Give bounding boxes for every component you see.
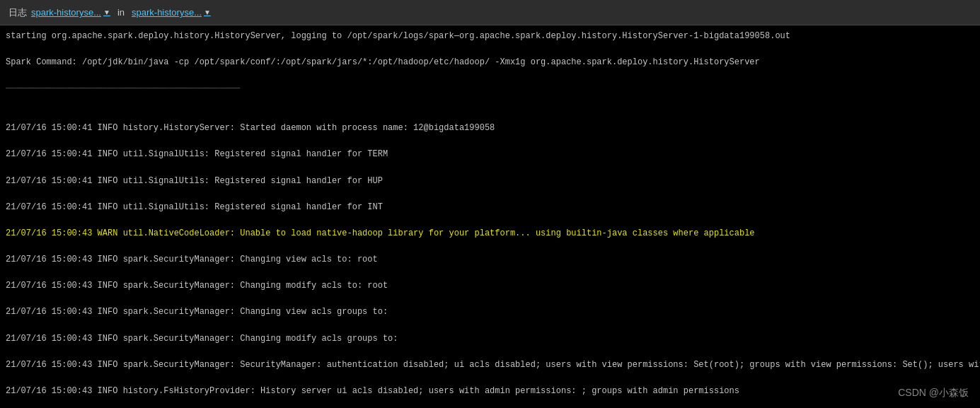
toolbar-separator: in xyxy=(117,7,125,18)
toolbar: 日志 spark-historyse... ▼ in spark-history… xyxy=(0,0,980,25)
dropdown1-arrow: ▼ xyxy=(103,8,110,16)
log-line: 21/07/16 15:00:41 INFO util.SignalUtils:… xyxy=(6,175,974,188)
log-label: 日志 xyxy=(8,6,27,19)
log-line: 21/07/16 15:00:41 INFO util.SignalUtils:… xyxy=(6,201,974,214)
log-line: ————————————————————————————————————————… xyxy=(6,82,974,95)
log-line: 21/07/16 15:00:41 INFO history.HistorySe… xyxy=(6,122,974,135)
log-line: 21/07/16 15:00:43 WARN util.NativeCodeLo… xyxy=(6,227,974,240)
log-line: 21/07/16 15:00:43 INFO history.FsHistory… xyxy=(6,385,974,398)
dropdown1[interactable]: spark-historyse... ▼ xyxy=(31,7,110,18)
log-line: starting org.apache.spark.deploy.history… xyxy=(6,30,974,43)
log-line: Spark Command: /opt/jdk/bin/java -cp /op… xyxy=(6,56,974,69)
log-area[interactable]: starting org.apache.spark.deploy.history… xyxy=(0,25,980,408)
dropdown1-text: spark-historyse... xyxy=(31,7,101,18)
log-line: 21/07/16 15:00:43 INFO spark.SecurityMan… xyxy=(6,359,974,372)
log-line: 21/07/16 15:00:43 INFO spark.SecurityMan… xyxy=(6,253,974,267)
dropdown2[interactable]: spark-historyse... ▼ xyxy=(132,7,211,18)
log-line: 21/07/16 15:00:41 INFO util.SignalUtils:… xyxy=(6,148,974,161)
dropdown2-arrow: ▼ xyxy=(204,8,211,16)
log-line: 21/07/16 15:00:43 INFO spark.SecurityMan… xyxy=(6,332,974,346)
log-line: 21/07/16 15:00:43 INFO spark.SecurityMan… xyxy=(6,305,974,319)
log-line: 21/07/16 15:00:43 INFO spark.SecurityMan… xyxy=(6,279,974,293)
dropdown2-text: spark-historyse... xyxy=(132,7,202,18)
